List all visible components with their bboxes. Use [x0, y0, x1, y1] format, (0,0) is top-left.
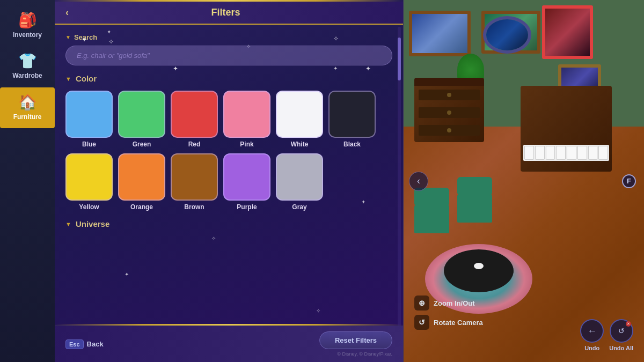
- furniture-piano: [521, 86, 617, 193]
- reset-filters-button[interactable]: Reset Filters: [319, 331, 392, 349]
- game-controls-overlay: ⊕ Zoom In/Out ↺ Rotate Camera: [414, 295, 483, 330]
- wall-frame-5: [542, 5, 593, 59]
- rotate-control: ↺ Rotate Camera: [414, 315, 483, 330]
- furniture-icon: 🏠: [18, 95, 37, 110]
- piano-key: [556, 146, 566, 160]
- color-swatch-green[interactable]: [118, 91, 165, 138]
- color-swatch-orange[interactable]: [118, 153, 165, 201]
- sidebar-item-inventory-label: Inventory: [13, 31, 42, 39]
- color-label-blue: Blue: [82, 141, 96, 148]
- panel-header: ‹ Filters: [55, 2, 403, 25]
- color-item-yellow[interactable]: Yellow: [65, 153, 113, 211]
- piano-key: [535, 146, 545, 160]
- frame-content-5: [545, 9, 590, 56]
- search-section: Search ✦ ✧ ✦ ✧ ✦: [65, 33, 392, 65]
- color-swatch-black[interactable]: [328, 91, 376, 138]
- color-item-brown[interactable]: Brown: [171, 153, 218, 211]
- sidebar-item-inventory[interactable]: 🎒 Inventory: [0, 5, 55, 46]
- undo-icon: ←: [580, 319, 604, 343]
- search-input[interactable]: [65, 46, 392, 65]
- zoom-label: Zoom In/Out: [434, 299, 475, 307]
- furniture-dresser: [414, 83, 484, 153]
- piano-key: [577, 146, 587, 160]
- color-item-blue[interactable]: Blue: [65, 91, 113, 148]
- piano-key: [588, 146, 598, 160]
- chair-body-left: [414, 204, 449, 233]
- undo-button[interactable]: ← Undo: [580, 319, 604, 351]
- sparkle-5: ✦: [365, 65, 371, 72]
- copyright: © Disney, © Disney/Pixar.: [337, 351, 392, 357]
- zoom-icon: ⊕: [414, 295, 429, 311]
- piano-key: [524, 146, 534, 160]
- color-swatch-gray[interactable]: [276, 153, 323, 201]
- inventory-icon: 🎒: [18, 13, 37, 28]
- frame-content-1: [412, 14, 467, 53]
- color-label-gray: Gray: [292, 203, 306, 211]
- color-label-red: Red: [188, 141, 201, 148]
- panel-content[interactable]: Search ✦ ✧ ✦ ✧ ✦ Color: [55, 25, 403, 324]
- color-swatch-pink[interactable]: [223, 91, 270, 138]
- panel-footer: Esc Back Reset Filters © Disney, © Disne…: [55, 326, 403, 362]
- color-item-green[interactable]: Green: [118, 91, 165, 148]
- color-label-black: Black: [343, 141, 361, 148]
- undo-label: Undo: [584, 345, 599, 351]
- filter-panel: ✦ ✧ ✦ ✧ ✦ ✧ ✦ ✧ ✦ ✧ ‹ Filters Search: [55, 0, 404, 362]
- color-item-pink[interactable]: Pink: [223, 91, 270, 148]
- back-button[interactable]: ‹: [65, 7, 69, 18]
- color-label-yellow: Yellow: [79, 203, 99, 211]
- sidebar: 🎒 Inventory 👕 Wardrobe 🏠 Furniture: [0, 0, 55, 362]
- color-swatch-yellow[interactable]: [65, 153, 113, 201]
- color-swatch-white[interactable]: [276, 91, 323, 138]
- nav-left-button[interactable]: ‹: [409, 172, 428, 191]
- rotate-icon: ↺: [414, 315, 429, 330]
- piano-key: [567, 146, 576, 160]
- color-swatch-brown[interactable]: [171, 153, 218, 201]
- dresser-top: [414, 78, 484, 86]
- sidebar-item-furniture-label: Furniture: [13, 113, 42, 121]
- color-grid: Blue Green Red Pink: [65, 91, 392, 211]
- chair-body-right: [457, 193, 492, 223]
- piano-body: [521, 86, 612, 172]
- chair-back-right: [457, 177, 492, 196]
- esc-key: Esc: [65, 339, 84, 349]
- color-item-white[interactable]: White: [276, 91, 323, 148]
- color-label-brown: Brown: [184, 203, 204, 211]
- frame-content-4: [486, 19, 528, 50]
- furniture-chair-left: [414, 204, 449, 233]
- color-item-purple[interactable]: Purple: [223, 153, 270, 211]
- rotate-label: Rotate Camera: [434, 319, 483, 327]
- color-item-gray[interactable]: Gray: [276, 153, 323, 211]
- furniture-table: [444, 249, 514, 292]
- sidebar-item-furniture[interactable]: 🏠 Furniture: [0, 87, 55, 128]
- color-swatch-blue[interactable]: [65, 91, 113, 138]
- esc-back-control[interactable]: Esc Back: [65, 339, 104, 349]
- sidebar-item-wardrobe[interactable]: 👕 Wardrobe: [0, 46, 55, 87]
- table-top: [444, 249, 514, 292]
- color-item-red[interactable]: Red: [171, 91, 218, 148]
- furniture-chair-right: [457, 193, 492, 223]
- color-section-header: Color: [65, 74, 392, 83]
- color-item-black[interactable]: Black: [328, 91, 376, 148]
- wall-frame-4: [483, 16, 531, 54]
- search-section-label: Search: [65, 33, 392, 41]
- piano-key: [546, 146, 555, 160]
- game-view: ‹ F ⊕ Zoom In/Out ↺ Rotate Camera ← Undo…: [404, 0, 644, 362]
- color-label-orange: Orange: [130, 203, 153, 211]
- color-item-orange[interactable]: Orange: [118, 153, 165, 211]
- dresser-body: [414, 83, 484, 142]
- wall-frame-1: [409, 11, 471, 56]
- color-swatch-red[interactable]: [171, 91, 218, 138]
- undo-all-label: Undo All: [609, 345, 633, 351]
- back-label: Back: [87, 340, 104, 348]
- sidebar-item-wardrobe-label: Wardrobe: [12, 72, 42, 79]
- undo-area: ← Undo ↺ ✕ Undo All: [580, 319, 633, 351]
- undo-all-button[interactable]: ↺ ✕ Undo All: [609, 319, 633, 351]
- search-input-wrap: ✦ ✧ ✦ ✧ ✦: [65, 46, 392, 65]
- undo-all-icon: ↺ ✕: [610, 319, 633, 343]
- color-swatch-purple[interactable]: [223, 153, 270, 201]
- piano-keys: [523, 145, 609, 161]
- sparkle-3: ✦: [173, 65, 178, 72]
- zoom-control: ⊕ Zoom In/Out: [414, 295, 483, 311]
- color-label-white: White: [291, 141, 309, 148]
- color-label-pink: Pink: [240, 141, 253, 148]
